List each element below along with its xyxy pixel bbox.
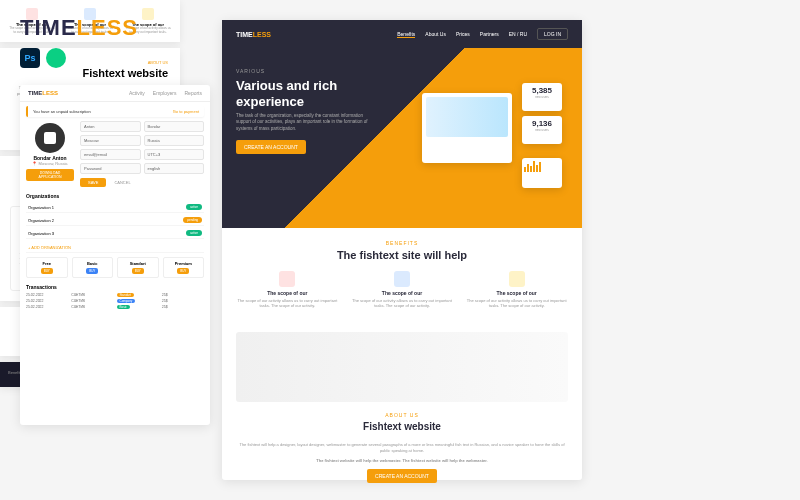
chart-icon <box>279 271 295 287</box>
mock-map-card <box>422 93 512 163</box>
nav-activity[interactable]: Activity <box>129 90 145 96</box>
subscription-alert: You have an unpaid subscription Go to pa… <box>26 106 204 117</box>
fishtext-title: Fishtext website <box>12 67 168 79</box>
language-field[interactable]: english <box>144 163 205 174</box>
save-button[interactable]: SAVE <box>80 178 106 187</box>
timezone-field[interactable]: UTC+3 <box>144 149 205 160</box>
nav-prices[interactable]: Prices <box>456 31 470 37</box>
about-eyebrow: ABOUT US <box>236 412 568 418</box>
mock-stat-card: 9,136new users <box>522 116 562 144</box>
first-name-field[interactable]: Anton <box>80 121 141 132</box>
trans-heading: Transactions <box>26 284 204 290</box>
hero-headline: Various and rich experience <box>236 78 376 109</box>
trans-row: 25.02.2022СЧЁТИКBasic25$ <box>26 305 204 309</box>
mock-chart-card <box>522 158 562 188</box>
cancel-button[interactable]: CANCEL <box>110 178 134 187</box>
admin-logo: TIMELESS <box>28 90 58 96</box>
benefit-item: The scope of ourThe scope of our activit… <box>236 271 339 308</box>
trans-row: 25.02.2022СЧЁТИКCompany25$ <box>26 299 204 303</box>
nav-benefits[interactable]: Benefits <box>397 31 415 38</box>
plan-basic[interactable]: BasicBUY <box>72 257 114 278</box>
alert-action[interactable]: Go to payment <box>173 109 199 114</box>
dashboard-mockup: 5,385new users 9,136new users <box>412 78 562 188</box>
benefits-title: The fishtext site will help <box>236 249 568 261</box>
hero-nav: TIMELESS Benefits About Us Prices Partne… <box>222 20 582 48</box>
last-name-field[interactable]: Bondar <box>144 121 205 132</box>
org-row[interactable]: Organization 2pending <box>26 215 204 226</box>
hero-logo: TIMELESS <box>236 31 271 38</box>
about-cta-button[interactable]: CREATE AN ACCOUNT <box>367 469 437 483</box>
avatar[interactable] <box>35 123 65 153</box>
email-field[interactable]: email@email <box>80 149 141 160</box>
hero-cta-button[interactable]: CREATE AN ACCOUNT <box>236 140 306 154</box>
nav-partners[interactable]: Partners <box>480 31 499 37</box>
benefit-item: The scope of ourThe scope of our activit… <box>351 271 454 308</box>
benefits-eyebrow: BENEFITS <box>236 240 568 246</box>
org-row[interactable]: Organization 3active <box>26 228 204 239</box>
alert-text: You have an unpaid subscription <box>33 109 91 114</box>
login-button[interactable]: LOG IN <box>537 28 568 40</box>
password-field[interactable]: Password <box>80 163 141 174</box>
nav-about[interactable]: About Us <box>425 31 446 37</box>
orgs-heading: Organizations <box>26 193 204 199</box>
plan-free[interactable]: FreeBUY <box>26 257 68 278</box>
calendar-icon <box>394 271 410 287</box>
trans-row: 25.02.2022СЧЁТИКStandart25$ <box>26 293 204 297</box>
profile-location: 📍 Moscow, Russia <box>26 161 74 166</box>
nav-employers[interactable]: Employers <box>153 90 177 96</box>
plan-premium[interactable]: PremiumBUY <box>163 257 205 278</box>
tool-icons: Ps <box>20 48 66 68</box>
admin-nav: Activity Employers Reports <box>129 90 202 96</box>
about-text: The fishtext will help a designer, layou… <box>236 442 568 453</box>
clock-icon <box>142 8 154 20</box>
hero-sub: The task of the organization, especially… <box>236 113 376 132</box>
plan-standart[interactable]: StandartBUY <box>117 257 159 278</box>
nav-reports[interactable]: Reports <box>184 90 202 96</box>
brand-logo: TIMELESS <box>20 15 138 41</box>
landing-panel: TIMELESS Benefits About Us Prices Partne… <box>222 20 582 480</box>
mock-stat-card: 5,385new users <box>522 83 562 111</box>
clock-icon <box>509 271 525 287</box>
about-mockup <box>236 332 568 402</box>
country-field[interactable]: Russia <box>144 135 205 146</box>
about-title: Fishtext website <box>236 421 568 432</box>
about-text2: The fishtext website will help the webma… <box>236 458 568 464</box>
add-org-button[interactable]: + ADD ORGANIZATION <box>26 243 204 253</box>
figma-icon <box>46 48 66 68</box>
benefit-item: The scope of ourThe scope of our activit… <box>465 271 568 308</box>
city-field[interactable]: Moscow <box>80 135 141 146</box>
hero-eyebrow: VARIOUS <box>236 68 568 74</box>
admin-panel: TIMELESS Activity Employers Reports You … <box>20 85 210 425</box>
lang-switch[interactable]: EN / RU <box>509 31 527 37</box>
photoshop-icon: Ps <box>20 48 40 68</box>
download-button[interactable]: DOWNLOAD APPLICATION <box>26 169 74 181</box>
org-row[interactable]: Organization 1active <box>26 202 204 213</box>
